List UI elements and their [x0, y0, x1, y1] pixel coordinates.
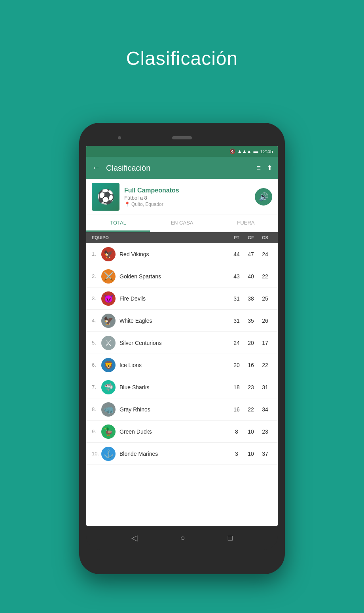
- team-gf: 10: [244, 451, 258, 457]
- back-button[interactable]: ←: [92, 163, 100, 173]
- team-pt: 16: [229, 406, 244, 413]
- league-type: Fútbol a 8: [124, 195, 250, 201]
- app-bar-title: Clasificación: [106, 164, 251, 173]
- nav-recents-button[interactable]: □: [228, 533, 233, 543]
- phone-camera: [118, 136, 121, 139]
- league-info: Full Campeonatos Fútbol a 8 📍 Quito, Equ…: [124, 187, 250, 207]
- team-name: Blonde Marines: [119, 451, 229, 457]
- team-gf: 38: [244, 295, 258, 302]
- team-gs: 25: [258, 295, 272, 302]
- league-logo: ⚽: [92, 183, 119, 211]
- nav-back-button[interactable]: ◁: [131, 533, 137, 543]
- location-icon: 📍: [124, 202, 130, 207]
- soccer-ball-icon: ⚽: [97, 188, 115, 205]
- team-pt: 8: [229, 428, 244, 435]
- table-row[interactable]: 10. ⚓ Blonde Marines 3 10 37: [86, 443, 278, 465]
- status-time: 12:45: [260, 148, 273, 154]
- row-rank: 3.: [92, 295, 101, 301]
- phone-top-bar: [86, 130, 278, 146]
- team-gf: 16: [244, 362, 258, 368]
- team-gf: 40: [244, 273, 258, 280]
- tab-fuera[interactable]: FUERA: [214, 215, 278, 232]
- team-gs: 22: [258, 273, 272, 280]
- battery-icon: ▬: [253, 148, 258, 154]
- table-row[interactable]: 7. 🦈 Blue Sharks 18 23 31: [86, 376, 278, 398]
- table-row[interactable]: 1. 🦅 Red Vikings 44 47 24: [86, 243, 278, 265]
- team-name: Blue Sharks: [119, 384, 229, 390]
- team-gs: 37: [258, 451, 272, 457]
- team-name: Ice Lions: [119, 362, 229, 368]
- table-row[interactable]: 4. 🦅 White Eagles 31 35 26: [86, 310, 278, 332]
- share-icon[interactable]: ⬆: [267, 164, 272, 172]
- team-gf: 20: [244, 340, 258, 346]
- tab-total[interactable]: TOTAL: [86, 215, 150, 232]
- team-pt: 3: [229, 451, 244, 457]
- table-header: EQUIPO pt gf gs: [86, 232, 278, 243]
- team-name: Gray Rhinos: [119, 406, 229, 413]
- team-name: Silver Centurions: [119, 340, 229, 346]
- team-logo: 🦅: [101, 247, 116, 261]
- team-gs: 22: [258, 362, 272, 368]
- app-bar-icons: ≡ ⬆: [256, 164, 272, 172]
- team-gs: 31: [258, 384, 272, 390]
- team-name: White Eagles: [119, 318, 229, 324]
- league-location: 📍 Quito, Equador: [124, 202, 250, 207]
- row-rank: 7.: [92, 384, 101, 390]
- team-gs: 23: [258, 428, 272, 435]
- tabs: TOTAL EN CASA FUERA: [86, 215, 278, 232]
- nav-home-button[interactable]: ○: [180, 533, 185, 543]
- col-header-pt: pt: [229, 235, 244, 240]
- team-name: Red Vikings: [119, 251, 229, 257]
- app-bar: ← Clasificación ≡ ⬆: [86, 157, 278, 179]
- table-row[interactable]: 2. ⚔️ Golden Spartans 43 40 22: [86, 265, 278, 287]
- table-body: 1. 🦅 Red Vikings 44 47 24 2. ⚔️ Golden S…: [86, 243, 278, 526]
- team-logo: 🦁: [101, 358, 116, 372]
- team-name: Fire Devils: [119, 295, 229, 302]
- tab-en-casa[interactable]: EN CASA: [150, 215, 214, 232]
- team-gs: 17: [258, 340, 272, 346]
- team-gf: 23: [244, 384, 258, 390]
- audio-icon: 🔊: [259, 192, 269, 202]
- team-gf: 10: [244, 428, 258, 435]
- team-gs: 34: [258, 406, 272, 413]
- list-icon[interactable]: ≡: [256, 164, 261, 172]
- signal-icon: ▲▲▲: [237, 148, 252, 154]
- row-rank: 10.: [92, 451, 101, 457]
- row-rank: 2.: [92, 273, 101, 279]
- status-icons: 🔇 ▲▲▲ ▬ 12:45: [229, 148, 273, 154]
- team-name: Green Ducks: [119, 428, 229, 435]
- team-logo: ⚔️: [101, 269, 116, 284]
- phone-speaker: [172, 136, 192, 139]
- col-header-gs: gs: [258, 235, 272, 240]
- team-pt: 18: [229, 384, 244, 390]
- status-bar: 🔇 ▲▲▲ ▬ 12:45: [86, 146, 278, 157]
- league-header: ⚽ Full Campeonatos Fútbol a 8 📍 Quito, E…: [86, 179, 278, 215]
- col-header-team: EQUIPO: [92, 235, 229, 240]
- page-title: Clasificación: [126, 48, 238, 69]
- mute-icon: 🔇: [229, 148, 235, 154]
- team-logo: ⚓: [101, 447, 116, 461]
- league-name: Full Campeonatos: [124, 187, 250, 194]
- team-gf: 35: [244, 318, 258, 324]
- team-gf: 47: [244, 251, 258, 257]
- team-logo: 🦅: [101, 314, 116, 328]
- row-rank: 1.: [92, 251, 101, 257]
- team-gf: 22: [244, 406, 258, 413]
- phone-screen: 🔇 ▲▲▲ ▬ 12:45 ← Clasificación ≡ ⬆ ⚽ Full…: [86, 146, 278, 526]
- team-logo: 🦈: [101, 380, 116, 394]
- team-gs: 24: [258, 251, 272, 257]
- row-rank: 6.: [92, 362, 101, 368]
- table-row[interactable]: 6. 🦁 Ice Lions 20 16 22: [86, 354, 278, 376]
- col-header-gf: gf: [244, 235, 258, 240]
- audio-button[interactable]: 🔊: [255, 188, 272, 206]
- row-rank: 8.: [92, 406, 101, 412]
- team-logo: 🦆: [101, 425, 116, 439]
- team-pt: 43: [229, 273, 244, 280]
- table-row[interactable]: 5. ⚔ Silver Centurions 24 20 17: [86, 332, 278, 354]
- team-pt: 20: [229, 362, 244, 368]
- table-row[interactable]: 3. 😈 Fire Devils 31 38 25: [86, 287, 278, 310]
- team-pt: 31: [229, 295, 244, 302]
- team-logo: 😈: [101, 291, 116, 306]
- table-row[interactable]: 9. 🦆 Green Ducks 8 10 23: [86, 421, 278, 443]
- table-row[interactable]: 8. 🦏 Gray Rhinos 16 22 34: [86, 398, 278, 421]
